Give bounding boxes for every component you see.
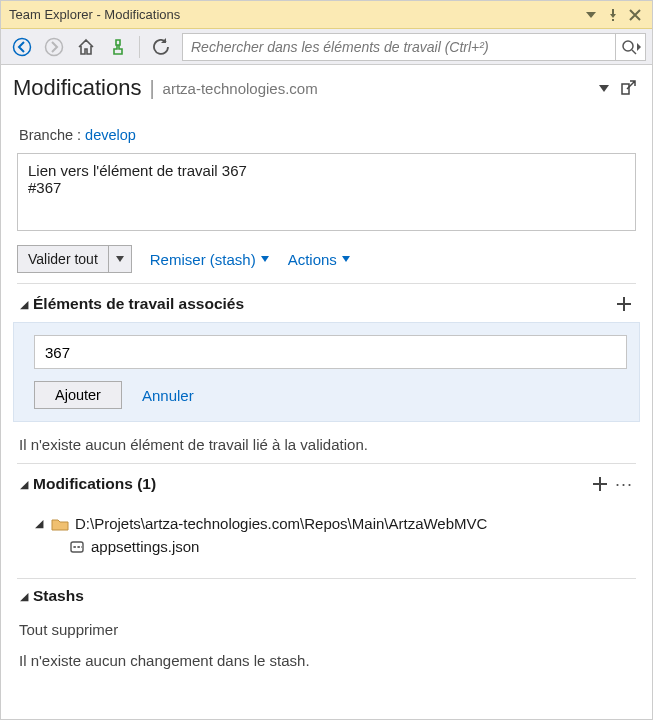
branch-label: Branche : — [19, 127, 85, 143]
stash-label: Remiser (stash) — [150, 251, 256, 268]
section-modifications-title: Modifications (1) — [33, 475, 588, 493]
stash-link[interactable]: Remiser (stash) — [150, 251, 270, 268]
tree-repo-row[interactable]: ◢ D:\Projets\artza-technologies.com\Repo… — [33, 512, 636, 535]
section-associated-header[interactable]: ◢ Éléments de travail associés — [17, 283, 636, 322]
work-item-id-input[interactable] — [34, 335, 627, 369]
cancel-link[interactable]: Annuler — [142, 387, 194, 404]
collapse-icon[interactable]: ◢ — [17, 478, 31, 491]
page-title: Modifications — [13, 75, 141, 101]
toolbar — [1, 29, 652, 65]
collapse-icon[interactable]: ◢ — [17, 590, 31, 603]
tree-file-row[interactable]: appsettings.json — [33, 535, 636, 558]
branch-row: Branche : develop — [19, 127, 634, 143]
host-name: artza-technologies.com — [163, 80, 318, 97]
file-name: appsettings.json — [91, 538, 199, 555]
chevron-down-icon — [341, 254, 351, 264]
search-submit[interactable] — [615, 34, 645, 60]
close-icon[interactable] — [624, 4, 646, 26]
file-icon — [69, 539, 85, 555]
actions-label: Actions — [288, 251, 337, 268]
header-separator: | — [149, 77, 154, 100]
back-button[interactable] — [7, 33, 37, 61]
branch-name-link[interactable]: develop — [85, 127, 136, 143]
modifications-tree: ◢ D:\Projets\artza-technologies.com\Repo… — [17, 502, 636, 558]
toolbar-separator — [139, 36, 140, 58]
repo-path: D:\Projets\artza-technologies.com\Repos\… — [75, 515, 487, 532]
window-title: Team Explorer - Modifications — [9, 7, 580, 22]
collapse-icon[interactable]: ◢ — [17, 298, 31, 311]
associated-body: Ajouter Annuler — [13, 322, 640, 422]
svg-point-2 — [623, 41, 633, 51]
forward-button[interactable] — [39, 33, 69, 61]
add-modification-button[interactable] — [588, 472, 612, 496]
more-options-icon[interactable]: ··· — [612, 472, 636, 496]
pin-icon[interactable] — [602, 4, 624, 26]
commit-action-row: Valider tout Remiser (stash) Actions — [17, 245, 636, 273]
actions-link[interactable]: Actions — [288, 251, 351, 268]
search-box[interactable] — [182, 33, 646, 61]
add-button[interactable]: Ajouter — [34, 381, 122, 409]
delete-all-stash-link[interactable]: Tout supprimer — [19, 621, 634, 638]
home-button[interactable] — [71, 33, 101, 61]
commit-message-box[interactable]: Lien vers l'élément de travail 367 #367 — [17, 153, 636, 231]
refresh-button[interactable] — [146, 33, 176, 61]
validate-button[interactable]: Valider tout — [18, 246, 109, 272]
section-associated-title: Éléments de travail associés — [33, 295, 612, 313]
window-titlebar: Team Explorer - Modifications — [1, 1, 652, 29]
dropdown-icon[interactable] — [580, 4, 602, 26]
collapse-icon[interactable]: ◢ — [33, 517, 45, 530]
add-work-item-button[interactable] — [612, 292, 636, 316]
section-stashs-header[interactable]: ◢ Stashs — [17, 578, 636, 611]
validate-split-button[interactable]: Valider tout — [17, 245, 132, 273]
folder-icon — [51, 517, 69, 531]
search-input[interactable] — [183, 39, 615, 55]
svg-point-1 — [46, 38, 63, 55]
svg-point-0 — [14, 38, 31, 55]
chevron-down-icon — [260, 254, 270, 264]
section-stashs-title: Stashs — [33, 587, 636, 605]
page-header: Modifications | artza-technologies.com — [1, 65, 652, 109]
popout-icon[interactable] — [616, 76, 640, 100]
section-modifications-header[interactable]: ◢ Modifications (1) ··· — [17, 463, 636, 502]
validate-dropdown[interactable] — [109, 246, 131, 272]
header-dropdown[interactable] — [592, 76, 616, 100]
associated-empty-text: Il n'existe aucun élément de travail lié… — [19, 436, 634, 453]
stashs-empty-text: Il n'existe aucun changement dans le sta… — [19, 652, 634, 669]
connect-button[interactable] — [103, 33, 133, 61]
